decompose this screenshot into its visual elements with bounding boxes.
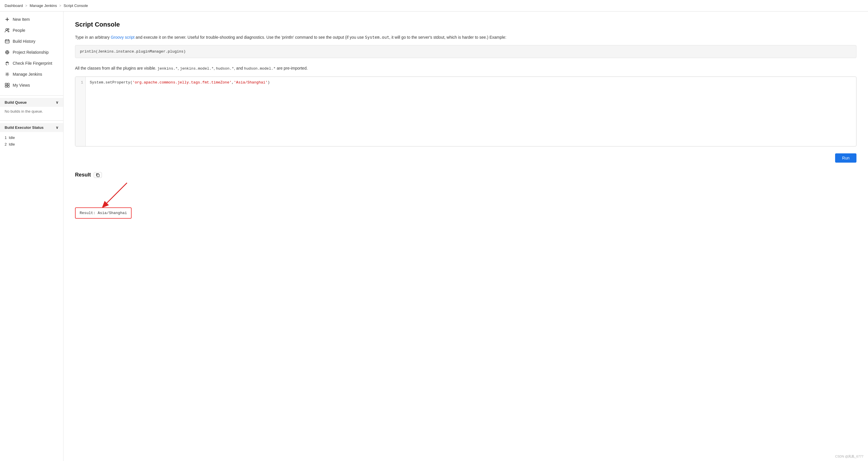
build-queue-section: Build Queue ∨ No builds in the queue. [0,95,63,116]
people-icon [5,28,10,33]
sidebar-label-manage-jenkins: Manage Jenkins [13,72,42,77]
build-executor-section: Build Executor Status ∨ 1 Idle 2 Idle [0,120,63,150]
sidebar-item-my-views[interactable]: My Views [0,80,63,91]
sidebar: New Item People [0,11,63,461]
copy-result-button[interactable] [94,172,102,178]
sidebar-item-check-file-fingerprint[interactable]: Check File Fingerprint [0,58,63,69]
svg-line-21 [107,183,127,203]
topbar: Dashboard > Manage Jenkins > Script Cons… [0,0,868,11]
sidebar-label-new-item: New Item [13,17,30,22]
svg-rect-17 [5,86,7,87]
info-code-3: hudson.* [216,66,234,71]
script-editor-inner: 1 System.setProperty('org.apache.commons… [75,77,856,146]
breadcrumb-sep-2: > [59,4,61,8]
info-part2: are pre-imported. [276,66,308,70]
line-numbers: 1 [75,77,86,146]
arrow-container [75,181,857,207]
fingerprint-icon [5,61,10,66]
breadcrumb-dashboard[interactable]: Dashboard [5,3,23,8]
sidebar-label-my-views: My Views [13,83,30,88]
info-part1: All the classes from all the plugins are… [75,66,158,70]
executor-1-number: 1 [5,136,7,140]
svg-rect-16 [7,83,9,85]
sidebar-label-project-relationship: Project Relationship [13,50,49,55]
line-number-1: 1 [81,80,83,85]
gear-icon [5,71,10,77]
sidebar-item-people[interactable]: People [0,25,63,36]
breadcrumb-script-console: Script Console [63,3,88,8]
sidebar-label-fingerprint: Check File Fingerprint [13,61,52,65]
views-icon [5,83,10,88]
info-code-1: jenkins.* [158,66,178,71]
svg-rect-4 [5,40,9,43]
svg-point-14 [7,74,8,75]
plus-icon [5,17,10,22]
result-label: Result [75,172,91,178]
run-button-row: Run [75,153,857,163]
sidebar-item-project-relationship[interactable]: Project Relationship [0,47,63,58]
groovy-script-link[interactable]: Groovy script [111,35,134,39]
description: Type in an arbitrary Groovy script and e… [75,34,857,40]
desc-part2: and execute it on the server. Useful for… [134,35,365,39]
build-executor-chevron: ∨ [56,125,59,130]
history-icon [5,39,10,44]
result-box: Result: Asia/Shanghai [75,207,132,219]
info-text: All the classes from all the plugins are… [75,65,857,72]
script-editor[interactable]: 1 System.setProperty('org.apache.commons… [75,77,857,146]
layout: New Item People [0,11,868,461]
build-executor-header[interactable]: Build Executor Status ∨ [0,123,63,132]
desc-part1: Type in an arbitrary [75,35,111,39]
breadcrumb-manage-jenkins[interactable]: Manage Jenkins [30,3,57,8]
build-queue-header[interactable]: Build Queue ∨ [0,98,63,107]
build-queue-empty: No builds in the queue. [5,109,43,114]
build-queue-body: No builds in the queue. [0,107,63,116]
sidebar-label-people: People [13,28,25,33]
result-header: Result [75,172,857,178]
breadcrumb-sep-1: > [25,4,27,8]
red-arrow [89,181,147,207]
build-queue-chevron: ∨ [56,100,59,105]
executor-2-status: Idle [9,142,15,146]
sidebar-item-manage-jenkins[interactable]: Manage Jenkins [0,69,63,80]
footer-watermark: CSDN @凤凰_6777 [835,454,863,459]
build-queue-title: Build Queue [5,100,27,105]
run-button[interactable]: Run [835,153,857,163]
example-code-block: println(Jenkins.instance.pluginManager.p… [75,45,857,58]
executor-1: 1 Idle [5,134,59,141]
svg-rect-15 [5,83,7,85]
sidebar-nav: New Item People [0,14,63,91]
svg-rect-18 [7,86,9,87]
relationship-icon [5,50,10,55]
main-content: Script Console Type in an arbitrary Groo… [63,11,868,461]
example-code-text: println(Jenkins.instance.pluginManager.p… [80,49,186,54]
info-code-2: jenkins.model.* [180,66,214,71]
sidebar-item-new-item[interactable]: New Item [0,14,63,25]
svg-point-2 [6,29,7,30]
svg-point-9 [7,52,8,53]
info-code-4: hudson.model.* [244,66,276,71]
sidebar-label-build-history: Build History [13,39,35,44]
code-content[interactable]: System.setProperty('org.apache.commons.j… [86,77,856,146]
build-executor-body: 1 Idle 2 Idle [0,132,63,150]
page-title: Script Console [75,21,857,28]
executor-1-status: Idle [9,136,15,140]
svg-point-3 [8,29,9,30]
executor-2: 2 Idle [5,141,59,148]
build-executor-title: Build Executor Status [5,125,43,130]
system-out-code: System.out [365,35,389,39]
desc-part3: , it will go to the server's stdout, whi… [389,35,506,39]
sidebar-item-build-history[interactable]: Build History [0,36,63,47]
executor-2-number: 2 [5,142,7,146]
svg-rect-19 [97,174,99,177]
result-value: Result: Asia/Shanghai [80,211,127,215]
result-section: Result [75,172,857,219]
